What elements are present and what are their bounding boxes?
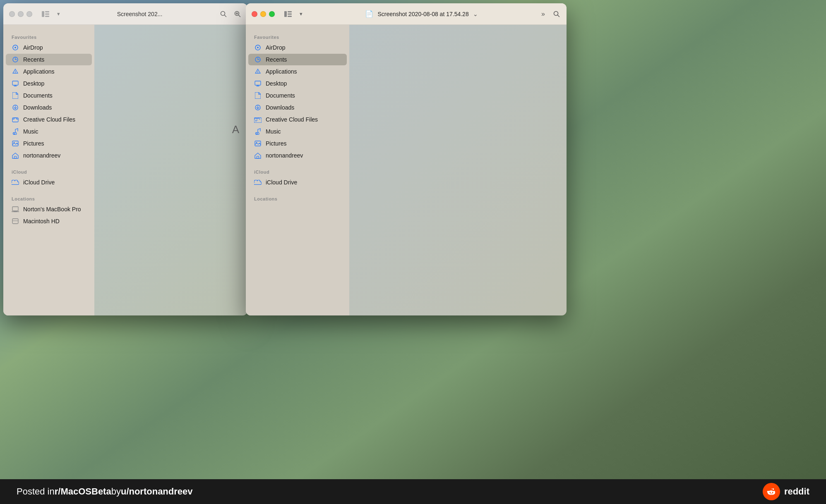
sidebar-label-pictures-1: Pictures [23,140,44,147]
sidebar-item-airdrop-2[interactable]: AirDrop [248,42,347,53]
maximize-button-2[interactable] [269,11,275,17]
airdrop-icon-1 [12,44,19,51]
sidebar-label-creative-cloud-2: Creative Cloud Files [266,116,318,123]
sidebar-item-creative-cloud-1[interactable]: Creative Cloud Files [6,114,92,125]
pictures-icon-2 [254,140,262,147]
sidebar-label-home-2: nortonandreev [266,152,303,159]
creative-cloud-icon-1 [12,116,19,123]
sidebar-item-downloads-1[interactable]: Downloads [6,102,92,113]
sidebar-label-documents-1: Documents [23,92,53,99]
section-label-icloud-2: iCloud [246,166,349,176]
sidebar-item-documents-1[interactable]: Documents [6,90,92,101]
svg-rect-47 [255,81,261,85]
window-2-content: Favourites AirDrop Recents Applications [246,25,567,315]
posted-in-text: Posted in [17,486,55,497]
sidebar-item-macintosh-hd-1[interactable]: Macintosh HD [6,215,92,227]
window-2: ▾ 📄 Screenshot 2020-08-08 at 17.54.28 ⌄ … [246,3,567,315]
titlebar-right-2: » [540,10,561,19]
svg-point-60 [769,492,771,493]
sidebar-item-music-2[interactable]: Music [248,126,347,137]
sidebar-label-music-1: Music [23,128,38,135]
sidebar-item-recents-2[interactable]: Recents [248,54,347,65]
applications-icon-2 [254,68,262,75]
svg-point-46 [257,73,258,74]
reddit-post-info: Posted in r/MacOSBeta by u/nortonandreev [17,486,193,497]
more-button-2[interactable]: » [540,10,546,19]
sidebar-toggle-chevron-2[interactable]: ▾ [300,11,303,17]
sidebar-item-home-1[interactable]: nortonandreev [6,150,92,161]
sidebar-item-pictures-2[interactable]: Pictures [248,138,347,149]
svg-rect-1 [45,11,49,12]
recents-icon-2 [254,56,262,63]
sidebar-item-desktop-1[interactable]: Desktop [6,78,92,89]
sidebar-label-downloads-2: Downloads [266,104,294,111]
username-link[interactable]: u/nortonandreev [121,486,193,497]
sidebar-item-icloud-2[interactable]: iCloud Drive [248,177,347,188]
maximize-button-1[interactable] [26,11,32,17]
svg-rect-27 [14,156,17,158]
reddit-logo: reddit [763,483,809,500]
svg-rect-31 [12,219,18,224]
sidebar-label-downloads-1: Downloads [23,104,52,111]
sidebar-label-macintosh-hd-1: Macintosh HD [23,218,60,225]
section-label-locations-2: Locations [246,193,349,203]
section-label-icloud-1: iCloud [3,166,94,176]
svg-rect-34 [288,11,292,12]
chevron-down-icon-2[interactable]: ⌄ [473,11,478,17]
sidebar-toggle-1[interactable] [40,10,51,18]
svg-rect-23 [12,118,18,122]
sidebar-item-pictures-1[interactable]: Pictures [6,138,92,149]
sidebar-item-airdrop-1[interactable]: AirDrop [6,42,92,53]
svg-rect-36 [288,16,292,17]
creative-cloud-icon-2 [254,116,262,123]
sidebar-toggle-chevron-1[interactable]: ▾ [57,11,60,17]
svg-line-5 [225,15,226,17]
desktop-icon-1 [12,80,19,87]
svg-rect-0 [42,11,44,17]
sidebar-item-home-2[interactable]: nortonandreev [248,150,347,161]
sidebar-item-desktop-2[interactable]: Desktop [248,78,347,89]
sidebar-label-airdrop-1: AirDrop [23,44,43,51]
close-button-2[interactable] [252,11,257,17]
svg-rect-28 [12,207,18,211]
applications-icon-1 [12,68,19,75]
section-label-favourites-2: Favourites [246,31,349,41]
music-icon-2 [254,128,262,135]
titlebar-title-1: Screenshot 202... [64,11,215,17]
sidebar-item-icloud-1[interactable]: iCloud Drive [6,177,92,188]
macbook-icon-1 [12,205,19,213]
sidebar-item-documents-2[interactable]: Documents [248,90,347,101]
svg-point-61 [772,492,773,493]
traffic-lights-1 [9,11,32,17]
sidebar-label-airdrop-2: AirDrop [266,44,285,51]
main-area-2 [349,25,567,315]
section-label-favourites-1: Favourites [3,31,94,41]
svg-point-40 [257,47,259,48]
minimize-button-1[interactable] [18,11,24,17]
svg-rect-58 [257,156,259,158]
section-label-locations-1: Locations [3,193,94,203]
sidebar-item-creative-cloud-2[interactable]: Creative Cloud Files [248,114,347,125]
downloads-icon-1 [12,104,19,111]
sidebar-label-desktop-2: Desktop [266,80,287,87]
close-button-1[interactable] [9,11,15,17]
search-button-2[interactable] [552,10,561,18]
sidebar-item-macbook-1[interactable]: Norton's MacBook Pro [6,203,92,215]
search-button-1[interactable] [219,10,228,18]
sidebar-label-home-1: nortonandreev [23,152,60,159]
sidebar-item-applications-1[interactable]: Applications [6,66,92,77]
documents-icon-2 [254,92,262,99]
sidebar-item-recents-1[interactable]: Recents [6,54,92,65]
sidebar-item-applications-2[interactable]: Applications [248,66,347,77]
titlebar-2: ▾ 📄 Screenshot 2020-08-08 at 17.54.28 ⌄ … [246,3,567,25]
subreddit-link[interactable]: r/MacOSBeta [55,486,111,497]
titlebar-1: ▾ Screenshot 202... [3,3,247,25]
minimize-button-2[interactable] [260,11,266,17]
titlebar-actions-1 [219,10,242,18]
sidebar-toggle-2[interactable] [282,10,294,18]
svg-point-17 [15,73,16,74]
window-1: ▾ Screenshot 202... [3,3,247,315]
sidebar-item-downloads-2[interactable]: Downloads [248,102,347,113]
zoom-button-1[interactable] [233,10,242,18]
sidebar-item-music-1[interactable]: Music [6,126,92,137]
